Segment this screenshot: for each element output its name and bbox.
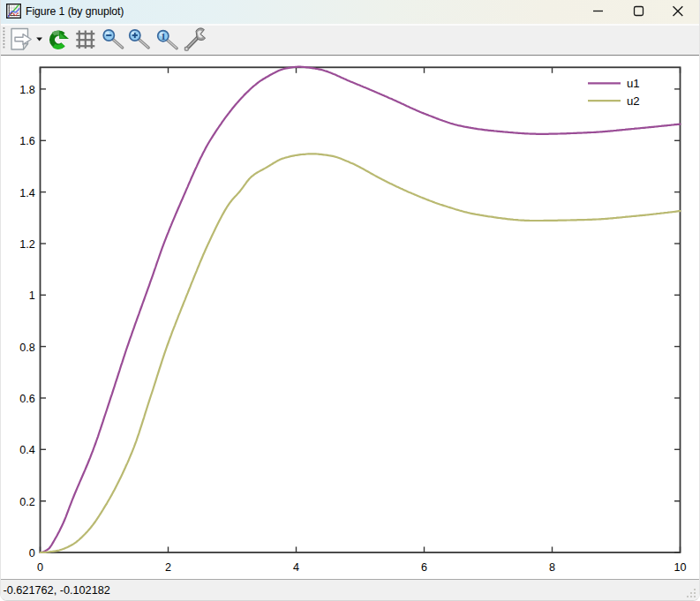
svg-text:10: 10 [674,561,686,574]
svg-text:4: 4 [293,561,299,574]
svg-text:0: 0 [29,547,35,560]
svg-text:0: 0 [37,561,43,574]
svg-text:u2: u2 [627,94,640,108]
svg-text:1.8: 1.8 [19,84,35,96]
svg-text:0.8: 0.8 [19,342,35,354]
svg-text:0.6: 0.6 [19,393,35,405]
svg-text:1: 1 [161,31,166,41]
svg-text:0.4: 0.4 [19,444,35,456]
svg-text:1.2: 1.2 [19,238,35,251]
svg-text:1.6: 1.6 [19,135,35,147]
svg-text:1: 1 [29,289,35,302]
svg-text:1.4: 1.4 [19,187,35,199]
svg-text:u1: u1 [627,77,640,90]
svg-text:2: 2 [165,561,171,574]
svg-text:6: 6 [421,561,427,574]
svg-text:0.2: 0.2 [19,496,35,508]
svg-text:8: 8 [549,561,555,574]
